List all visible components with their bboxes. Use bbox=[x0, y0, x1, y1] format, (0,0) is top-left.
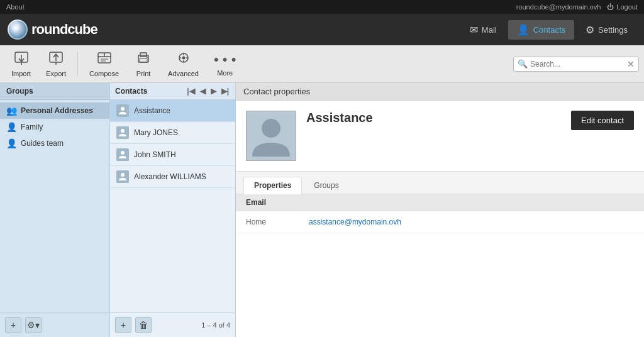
group-item-family[interactable]: 👤 Family bbox=[0, 119, 109, 135]
search-icon: 🔍 bbox=[518, 59, 528, 69]
contacts-count: 1 – 4 of 4 bbox=[201, 321, 230, 329]
contact-avatar-assistance bbox=[116, 104, 129, 117]
contact-item-john-smith[interactable]: John SMITH bbox=[110, 144, 235, 166]
advanced-icon bbox=[176, 51, 191, 69]
properties-header: Contact properties bbox=[236, 83, 644, 101]
svg-point-28 bbox=[262, 119, 280, 138]
group-item-guides-team[interactable]: 👤 Guides team bbox=[0, 135, 109, 152]
contact-display-name: Assistance bbox=[306, 111, 561, 125]
mail-nav-button[interactable]: ✉ Mail bbox=[461, 20, 506, 40]
logo-icon bbox=[8, 19, 28, 40]
print-icon bbox=[136, 51, 151, 69]
property-row-home-email: Home assistance@mydomain.ovh bbox=[236, 211, 644, 233]
app-name-topbar: About bbox=[6, 3, 25, 11]
add-group-icon: + bbox=[11, 320, 16, 330]
export-button[interactable]: Export bbox=[40, 47, 72, 81]
groups-panel: Groups 👥 Personal Addresses 👤 Family 👤 G… bbox=[0, 83, 110, 337]
search-box: 🔍 ✕ bbox=[513, 57, 639, 72]
topbar: About roundcube@mydomain.ovh ⏻ Logout bbox=[0, 0, 644, 14]
group-settings-button[interactable]: ⚙▾ bbox=[25, 317, 42, 333]
more-icon: • • • bbox=[214, 52, 236, 68]
logo-text: roundcube bbox=[31, 21, 97, 38]
svg-point-16 bbox=[147, 57, 148, 58]
prop-label-home: Home bbox=[246, 218, 309, 226]
group-settings-icon: ⚙▾ bbox=[27, 320, 40, 330]
contact-avatar-alexander bbox=[116, 170, 129, 183]
delete-contact-icon: 🗑 bbox=[139, 320, 148, 330]
delete-contact-button[interactable]: 🗑 bbox=[135, 317, 152, 333]
contacts-nav-first[interactable]: |◀ bbox=[186, 87, 196, 96]
groups-list: 👥 Personal Addresses 👤 Family 👤 Guides t… bbox=[0, 100, 109, 312]
contact-name-alexander-williams: Alexander WILLIAMS bbox=[134, 172, 206, 181]
contacts-icon: 👤 bbox=[517, 24, 530, 36]
contacts-list: Assistance Mary JONES John SMITH Alexand… bbox=[110, 100, 235, 312]
contacts-nav: |◀ ◀ ▶ ▶| bbox=[186, 87, 230, 96]
svg-point-24 bbox=[121, 129, 125, 133]
add-group-button[interactable]: + bbox=[5, 317, 21, 333]
tabs: Properties Groups bbox=[236, 172, 644, 194]
search-clear-button[interactable]: ✕ bbox=[627, 59, 635, 69]
edit-contact-button[interactable]: Edit contact bbox=[571, 111, 634, 130]
svg-rect-15 bbox=[140, 53, 147, 57]
more-button[interactable]: • • • More bbox=[208, 48, 242, 80]
group-item-personal-addresses[interactable]: 👥 Personal Addresses bbox=[0, 102, 109, 119]
contacts-footer: + 🗑 1 – 4 of 4 bbox=[110, 312, 235, 337]
contacts-header-label: Contacts bbox=[115, 87, 147, 96]
contacts-nav-next[interactable]: ▶ bbox=[209, 87, 218, 96]
advanced-button[interactable]: Advanced bbox=[162, 47, 205, 81]
group-personal-icon: 👥 bbox=[6, 106, 17, 116]
toolbar-separator bbox=[77, 52, 78, 77]
svg-point-22 bbox=[182, 56, 185, 59]
svg-point-23 bbox=[121, 107, 125, 111]
toolbar: Import Export Compose bbox=[0, 45, 644, 83]
properties-panel: Contact properties Assistance Edit conta… bbox=[236, 83, 644, 337]
groups-header: Groups bbox=[0, 83, 109, 100]
import-button[interactable]: Import bbox=[5, 47, 37, 81]
contacts-nav-button[interactable]: 👤 Contacts bbox=[508, 20, 574, 40]
contacts-nav-prev[interactable]: ◀ bbox=[199, 87, 207, 96]
contact-avatar-mary bbox=[116, 126, 129, 139]
settings-nav-button[interactable]: ⚙ Settings bbox=[577, 20, 636, 40]
add-contact-icon: + bbox=[121, 320, 126, 330]
compose-button[interactable]: Compose bbox=[83, 47, 125, 81]
properties-content: Email Home assistance@mydomain.ovh bbox=[236, 194, 644, 337]
group-family-label: Family bbox=[21, 123, 43, 131]
contact-name-area: Assistance bbox=[306, 111, 561, 125]
group-personal-label: Personal Addresses bbox=[21, 106, 93, 115]
group-family-icon: 👤 bbox=[6, 122, 17, 132]
prop-value-email[interactable]: assistance@mydomain.ovh bbox=[309, 218, 401, 226]
contact-name-assistance: Assistance bbox=[134, 106, 170, 115]
import-icon bbox=[14, 51, 29, 69]
print-button[interactable]: Print bbox=[128, 47, 159, 81]
group-guides-label: Guides team bbox=[21, 139, 64, 148]
contacts-header: Contacts |◀ ◀ ▶ ▶| bbox=[110, 83, 235, 100]
contact-avatar-john bbox=[116, 148, 129, 161]
search-input[interactable] bbox=[530, 60, 627, 69]
compose-icon bbox=[97, 51, 112, 69]
main-area: Groups 👥 Personal Addresses 👤 Family 👤 G… bbox=[0, 83, 644, 337]
group-guides-icon: 👤 bbox=[6, 138, 17, 148]
section-header-email: Email bbox=[236, 194, 644, 211]
contact-item-alexander-williams[interactable]: Alexander WILLIAMS bbox=[110, 166, 235, 188]
tab-properties[interactable]: Properties bbox=[243, 177, 302, 194]
logo: roundcube bbox=[8, 19, 97, 40]
groups-footer: + ⚙▾ bbox=[0, 312, 109, 337]
contact-name-john-smith: John SMITH bbox=[134, 150, 176, 159]
header: roundcube ✉ Mail 👤 Contacts ⚙ Settings bbox=[0, 14, 644, 45]
export-icon bbox=[48, 51, 64, 69]
mail-icon: ✉ bbox=[470, 24, 478, 36]
svg-point-25 bbox=[121, 151, 125, 155]
power-icon: ⏻ bbox=[607, 3, 614, 11]
svg-point-26 bbox=[121, 173, 125, 177]
add-contact-button[interactable]: + bbox=[115, 317, 131, 333]
logout-button[interactable]: ⏻ Logout bbox=[607, 3, 638, 11]
contact-photo bbox=[246, 111, 296, 161]
contact-detail: Assistance Edit contact bbox=[236, 101, 644, 172]
user-email: roundcube@mydomain.ovh bbox=[516, 3, 601, 11]
contact-item-assistance[interactable]: Assistance bbox=[110, 100, 235, 122]
contact-item-mary-jones[interactable]: Mary JONES bbox=[110, 122, 235, 144]
nav-buttons: ✉ Mail 👤 Contacts ⚙ Settings bbox=[461, 20, 636, 40]
contact-name-mary-jones: Mary JONES bbox=[134, 128, 178, 137]
contacts-nav-last[interactable]: ▶| bbox=[220, 87, 230, 96]
tab-groups[interactable]: Groups bbox=[303, 177, 349, 194]
